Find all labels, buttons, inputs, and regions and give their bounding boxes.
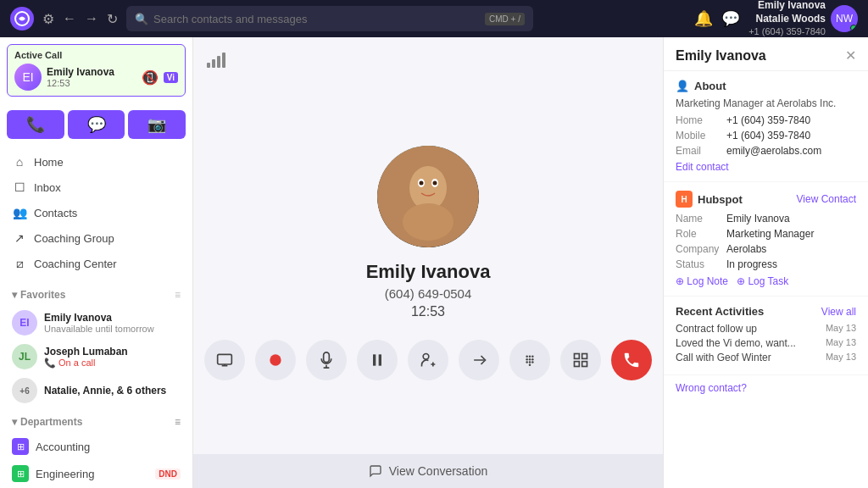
- transfer-button[interactable]: [459, 340, 499, 380]
- caller-name: Emily Ivanova: [366, 261, 491, 283]
- mobile-label: Mobile: [676, 130, 720, 141]
- bar-1: [207, 63, 210, 68]
- hubspot-title: H Hubspot: [676, 191, 743, 208]
- sidebar-item-coaching-group-label: Coaching Group: [34, 232, 114, 245]
- hangup-small-icon[interactable]: 📵: [142, 69, 159, 86]
- add-call-button[interactable]: [408, 340, 448, 380]
- dept-engineering-label: Engineering: [36, 468, 94, 480]
- svg-point-23: [529, 363, 531, 366]
- record-button[interactable]: [255, 340, 296, 380]
- topbar-user-name: Natalie Woods: [748, 13, 826, 26]
- log-actions-row: ⊕ Log Note ⊕ Log Task: [676, 275, 856, 287]
- center-panel: Emily Ivanova (604) 649-0504 12:53: [193, 37, 663, 488]
- messages-icon[interactable]: 💬: [721, 9, 740, 28]
- sidebar-item-inbox[interactable]: ☐ Inbox: [0, 175, 192, 200]
- view-all-link[interactable]: View all: [821, 306, 856, 318]
- view-conversation-bar[interactable]: View Conversation: [193, 454, 663, 488]
- hangup-button[interactable]: [611, 340, 652, 380]
- favorite-emily[interactable]: EI Emily Ivanova Unavailable until tomor…: [0, 306, 192, 340]
- dialpad-button[interactable]: [509, 340, 550, 380]
- right-panel: Emily Ivanova ✕ 👤 About Marketing Manage…: [663, 37, 868, 488]
- favorite-joseph[interactable]: JL Joseph Lumaban 📞 On a call: [0, 340, 192, 374]
- activity-3-text: Call with Geof Winter: [676, 352, 771, 363]
- favorite-others-info: Natalie, Annie, & 6 others: [44, 385, 181, 396]
- activity-3-date: May 13: [826, 352, 856, 363]
- contacts-icon: 👥: [12, 206, 27, 219]
- favorite-joseph-avatar: JL: [12, 344, 37, 369]
- log-task-link[interactable]: ⊕ Log Task: [737, 275, 788, 287]
- coaching-group-icon: ↗: [12, 231, 27, 245]
- home-phone-row: Home +1 (604) 359-7840: [676, 114, 856, 126]
- activity-2-date: May 13: [826, 337, 856, 349]
- edit-contact-link[interactable]: Edit contact: [676, 161, 729, 173]
- svg-point-16: [531, 355, 534, 358]
- svg-rect-27: [582, 361, 587, 366]
- search-bar[interactable]: 🔍 CMD + /: [126, 6, 533, 31]
- topbar-user-phone: +1 (604) 359-7840: [748, 25, 826, 37]
- hubspot-company-value: Aerolabs: [726, 243, 766, 255]
- sidebar-item-home[interactable]: ⌂ Home: [0, 149, 192, 175]
- hold-button[interactable]: [357, 340, 398, 380]
- favorite-others[interactable]: +6 Natalie, Annie, & 6 others: [0, 374, 192, 408]
- favorites-menu-icon[interactable]: ≡: [175, 289, 181, 301]
- favorite-others-name: Natalie, Annie, & 6 others: [44, 385, 181, 396]
- caller-time: 12:53: [411, 304, 445, 319]
- video-action-button[interactable]: 📷: [128, 110, 186, 139]
- favorite-emily-avatar: EI: [12, 310, 37, 336]
- vi-badge: Vi: [164, 72, 178, 83]
- hubspot-name-value: Emily Ivanova: [726, 213, 790, 225]
- bar-3: [217, 56, 220, 68]
- svg-point-13: [423, 353, 429, 359]
- user-info: Emily Ivanova Natalie Woods +1 (604) 359…: [748, 0, 858, 38]
- back-icon[interactable]: ←: [63, 11, 76, 26]
- call-action-buttons: 📞 💬 📷: [7, 110, 186, 139]
- dept-engineering[interactable]: ⊞ Engineering DND: [0, 460, 192, 487]
- activity-3: Call with Geof Winter May 13: [676, 352, 856, 363]
- email-value: emily@aerolabs.com: [726, 145, 821, 157]
- person-icon: 👤: [676, 80, 689, 92]
- sidebar-item-coaching-center[interactable]: ⧄ Coaching Center: [0, 251, 192, 277]
- close-panel-button[interactable]: ✕: [845, 47, 856, 64]
- sidebar-item-contacts[interactable]: 👥 Contacts: [0, 200, 192, 225]
- sidebar-navigation: ⌂ Home ☐ Inbox 👥 Contacts ↗ Coaching Gro…: [0, 146, 192, 280]
- about-description: Marketing Manager at Aerolabs Inc.: [676, 97, 856, 109]
- favorite-joseph-name: Joseph Lumaban: [44, 346, 181, 358]
- hubspot-header: H Hubspot View Contact: [676, 191, 856, 208]
- email-row: Email emily@aerolabs.com: [676, 145, 856, 157]
- svg-point-18: [529, 358, 531, 360]
- favorite-joseph-status: 📞 On a call: [44, 358, 181, 369]
- favorite-others-avatar: +6: [12, 378, 37, 403]
- screen-share-button[interactable]: [204, 340, 245, 380]
- view-contact-link[interactable]: View Contact: [797, 193, 856, 205]
- sidebar-item-coaching-group[interactable]: ↗ Coaching Group: [0, 225, 192, 251]
- hubspot-status-row: Status In progress: [676, 258, 856, 270]
- mute-button[interactable]: [306, 340, 347, 380]
- hubspot-name-row: Name Emily Ivanova: [676, 213, 856, 225]
- search-input[interactable]: [153, 13, 480, 25]
- hubspot-icon: H: [676, 191, 693, 208]
- departments-collapse-icon[interactable]: ▾: [12, 416, 17, 428]
- forward-icon[interactable]: →: [85, 11, 98, 26]
- inbox-icon: ☐: [12, 180, 27, 194]
- active-call-avatar: EI: [14, 64, 42, 91]
- settings-icon[interactable]: ⚙: [42, 11, 54, 27]
- notifications-icon[interactable]: 🔔: [694, 9, 713, 28]
- log-note-link[interactable]: ⊕ Log Note: [676, 275, 728, 287]
- active-call-time: 12:53: [47, 78, 136, 88]
- activity-1: Contract follow up May 13: [676, 323, 856, 335]
- favorites-collapse-icon[interactable]: ▾: [12, 289, 17, 301]
- user-avatar[interactable]: NW: [831, 5, 858, 32]
- sidebar: Active Call EI Emily Ivanova 12:53 📵 Vi …: [0, 37, 193, 488]
- bar-4: [222, 53, 225, 68]
- dept-accounting[interactable]: ⊞ Accounting: [0, 433, 192, 460]
- more-button[interactable]: [560, 340, 601, 380]
- wrong-contact-link[interactable]: Wrong contact?: [664, 375, 868, 401]
- favorite-joseph-info: Joseph Lumaban 📞 On a call: [44, 346, 181, 369]
- conversation-icon: [369, 464, 382, 478]
- refresh-icon[interactable]: ↻: [107, 11, 118, 27]
- departments-menu-icon[interactable]: ≡: [175, 416, 181, 428]
- app-logo[interactable]: [10, 7, 34, 30]
- sidebar-item-contacts-label: Contacts: [34, 207, 77, 219]
- chat-action-button[interactable]: 💬: [68, 110, 125, 139]
- phone-action-button[interactable]: 📞: [7, 110, 64, 139]
